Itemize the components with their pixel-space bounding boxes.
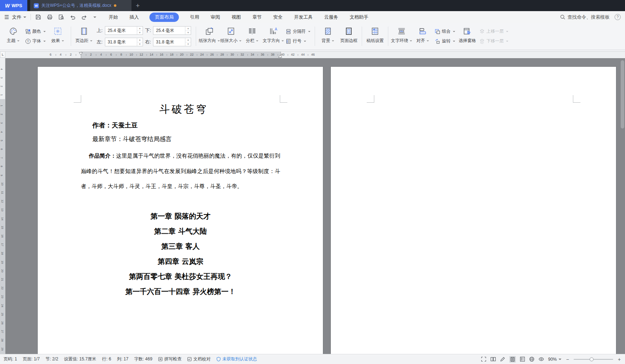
zoom-slider-handle[interactable] bbox=[589, 357, 593, 361]
first-line-indent-marker[interactable] bbox=[79, 52, 83, 55]
hamburger-icon[interactable]: ☰ bbox=[4, 14, 9, 20]
menu-tab-5[interactable]: 视图 bbox=[231, 13, 241, 22]
menu-tab-7[interactable]: 安全 bbox=[272, 13, 283, 22]
page-border-button[interactable]: 页面边框 bbox=[338, 24, 359, 48]
paper-group: 纸张方向 纸张大小 分栏 A 文字方向 分隔符 行 bbox=[199, 24, 312, 48]
theme-button[interactable]: 主题 bbox=[3, 24, 24, 48]
margin-top-input[interactable]: 25.4 毫米▲▼ bbox=[105, 26, 143, 35]
vertical-scrollbar[interactable] bbox=[621, 60, 624, 353]
menu-tab-6[interactable]: 章节 bbox=[251, 13, 262, 22]
new-tab-button[interactable]: + bbox=[131, 0, 144, 11]
spinner[interactable]: ▲▼ bbox=[185, 27, 191, 34]
v-ruler: 4321123456789101112131415161718192021222… bbox=[0, 58, 5, 354]
group-button[interactable]: 组合 bbox=[435, 28, 455, 34]
crop-mark-icon bbox=[74, 95, 81, 103]
manuscript-button[interactable]: 稿纸设置 bbox=[365, 24, 385, 48]
undo-icon[interactable] bbox=[70, 14, 76, 20]
colors-button[interactable]: 颜色 bbox=[25, 28, 46, 34]
orientation-button[interactable]: 纸张方向 bbox=[199, 24, 220, 48]
search-box[interactable]: 查找命令、搜索模板 bbox=[560, 14, 610, 20]
menu-tab-10[interactable]: 文档助手 bbox=[349, 13, 369, 22]
menu-tab-0[interactable]: 开始 bbox=[108, 13, 119, 22]
page-2[interactable] bbox=[331, 67, 616, 354]
arrange-group: 文字环绕 对齐 组合 旋转 选择窗格 bbox=[391, 24, 510, 48]
menu-tab-9[interactable]: 云服务 bbox=[323, 13, 339, 22]
columns-button[interactable]: 分栏 bbox=[242, 24, 263, 48]
write-mode-icon[interactable] bbox=[500, 356, 505, 362]
menu-tab-2[interactable]: 页面布局 bbox=[149, 13, 179, 22]
status-item[interactable]: 节: 2/2 bbox=[46, 356, 58, 362]
ruler-number: 46 bbox=[311, 53, 315, 56]
spinner[interactable]: ▲▼ bbox=[137, 38, 143, 46]
auth-status-label: 未获取到认证状态 bbox=[222, 356, 257, 362]
file-menu-button[interactable]: 文件 bbox=[12, 14, 26, 20]
menu-tab-4[interactable]: 审阅 bbox=[210, 13, 221, 22]
proofread-toggle[interactable]: 文档校对 bbox=[187, 356, 210, 362]
ruler-number: 24 bbox=[1, 304, 4, 307]
ruler-number: 40 bbox=[281, 53, 284, 56]
zoom-out-button[interactable]: − bbox=[565, 356, 570, 362]
align-button[interactable]: 对齐 bbox=[412, 24, 433, 48]
zoom-level[interactable]: 90% bbox=[548, 357, 561, 362]
background-button[interactable]: 背景 bbox=[318, 24, 338, 48]
print-preview-icon[interactable] bbox=[58, 14, 64, 20]
margin-bottom-label: 下: bbox=[145, 27, 151, 34]
margin-right-input[interactable]: 31.8 毫米▲▼ bbox=[153, 38, 191, 46]
ruler-number: 21 bbox=[1, 278, 4, 281]
read-mode-icon[interactable] bbox=[490, 356, 496, 362]
status-item[interactable]: 列: 17 bbox=[117, 356, 128, 362]
spell-check-label: 拼写检查 bbox=[164, 356, 181, 362]
toolbar-more-icon[interactable] bbox=[93, 17, 96, 18]
menu-tab-8[interactable]: 开发工具 bbox=[293, 13, 313, 22]
help-icon[interactable]: ? bbox=[615, 14, 621, 20]
spinner[interactable]: ▲▼ bbox=[185, 38, 191, 46]
ruler-number: 12 bbox=[140, 53, 143, 56]
breaks-button[interactable]: 分隔符 bbox=[286, 28, 311, 34]
manuscript-group: 稿纸设置 bbox=[365, 24, 385, 48]
print-layout-view-button[interactable] bbox=[509, 356, 516, 363]
status-item[interactable]: 行: 6 bbox=[102, 356, 111, 362]
line-numbers-button[interactable]: 行号 bbox=[286, 38, 311, 44]
effects-button[interactable]: 效果 bbox=[47, 24, 68, 48]
crop-mark-icon bbox=[280, 95, 287, 103]
status-item[interactable]: 页码: 1 bbox=[4, 356, 17, 362]
margin-left-input[interactable]: 31.8 毫米▲▼ bbox=[105, 38, 143, 46]
divider bbox=[362, 27, 362, 46]
text-direction-button[interactable]: A 文字方向 bbox=[263, 24, 284, 48]
margin-bottom-input[interactable]: 25.4 毫米▲▼ bbox=[153, 26, 191, 35]
selection-pane-button[interactable]: 选择窗格 bbox=[457, 24, 478, 48]
wps-logo[interactable]: W WPS bbox=[0, 0, 27, 11]
group-label: 组合 bbox=[442, 28, 450, 34]
scrollbar-thumb[interactable] bbox=[621, 60, 624, 129]
rotate-button[interactable]: 旋转 bbox=[435, 38, 455, 44]
line-numbers-label: 行号 bbox=[293, 38, 301, 44]
save-icon[interactable] bbox=[35, 14, 41, 20]
web-layout-icon[interactable] bbox=[529, 356, 534, 362]
document-tab[interactable]: W 关注WPS+公众号，送精美模板.docx bbox=[30, 0, 131, 11]
outline-view-icon[interactable] bbox=[520, 356, 525, 362]
print-icon[interactable] bbox=[47, 14, 53, 20]
ruler-tick bbox=[147, 54, 147, 56]
paper-size-button[interactable]: 纸张大小 bbox=[220, 24, 242, 48]
menu-tab-3[interactable]: 引用 bbox=[189, 13, 200, 22]
text-wrap-button[interactable]: 文字环绕 bbox=[391, 24, 412, 48]
fonts-button[interactable]: T 字体 bbox=[25, 38, 46, 44]
menu-tab-1[interactable]: 插入 bbox=[129, 13, 139, 22]
zoom-slider[interactable] bbox=[574, 359, 613, 360]
spell-check-toggle[interactable]: 拼写检查 bbox=[158, 356, 181, 362]
chevron-down-icon bbox=[43, 41, 46, 42]
page-1[interactable]: 斗破苍穹 作者：天蚕土豆 最新章节：斗破苍穹结局感言 作品简介：这里是属于斗气的… bbox=[38, 67, 323, 354]
fullscreen-icon[interactable] bbox=[481, 356, 486, 362]
tab-selector-box[interactable]: L bbox=[0, 51, 5, 58]
status-item[interactable]: 字数: 469 bbox=[134, 356, 152, 362]
status-item[interactable]: 设置值: 15.7厘米 bbox=[64, 356, 96, 362]
spinner[interactable]: ▲▼ bbox=[137, 27, 143, 34]
margins-button[interactable]: 页边距 bbox=[74, 24, 94, 48]
send-backward-icon bbox=[479, 38, 485, 44]
zoom-in-button[interactable]: + bbox=[617, 356, 621, 362]
eye-protect-icon[interactable] bbox=[538, 356, 544, 362]
redo-icon[interactable] bbox=[81, 14, 87, 20]
status-item[interactable]: 页面: 1/7 bbox=[23, 356, 40, 362]
auth-status[interactable]: 未获取到认证状态 bbox=[216, 356, 257, 362]
author-line: 作者：天蚕土豆 bbox=[92, 121, 280, 130]
